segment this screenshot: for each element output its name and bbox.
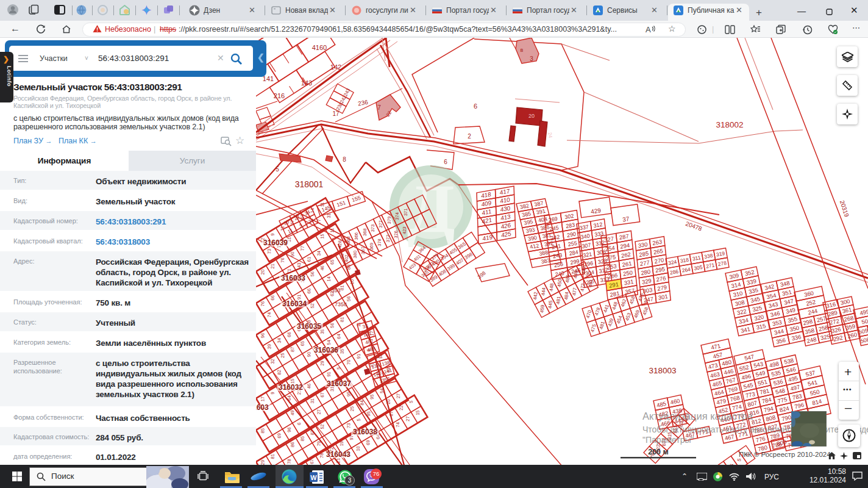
svg-text:316039: 316039 xyxy=(263,239,288,247)
svg-text:316036: 316036 xyxy=(314,346,338,354)
svg-text:67: 67 xyxy=(319,392,325,397)
svg-text:Д: Д xyxy=(407,170,455,248)
svg-text:29: 29 xyxy=(319,361,325,365)
svg-text:141: 141 xyxy=(263,75,274,82)
svg-text:65: 65 xyxy=(300,341,305,346)
svg-text:378: 378 xyxy=(377,239,382,246)
svg-text:377: 377 xyxy=(378,220,383,228)
svg-text:73: 73 xyxy=(346,423,352,428)
svg-text:65: 65 xyxy=(329,259,335,264)
svg-text:442: 442 xyxy=(532,291,539,300)
svg-text:11: 11 xyxy=(329,228,335,233)
svg-text:318003: 318003 xyxy=(649,366,676,375)
svg-text:504: 504 xyxy=(861,317,868,325)
svg-text:в: в xyxy=(521,47,524,53)
svg-text:447: 447 xyxy=(581,265,588,274)
svg-text:27: 27 xyxy=(405,416,410,421)
svg-text:374: 374 xyxy=(394,212,400,220)
svg-text:423: 423 xyxy=(402,226,407,234)
svg-text:52: 52 xyxy=(319,424,325,429)
svg-text:46: 46 xyxy=(306,384,311,389)
svg-text:34: 34 xyxy=(316,251,322,256)
svg-text:66: 66 xyxy=(286,332,292,337)
svg-text:ПКК © Росреестр 2010-2024: ПКК © Росреестр 2010-2024 xyxy=(739,451,831,458)
svg-text:4160: 4160 xyxy=(312,44,327,51)
svg-text:85: 85 xyxy=(300,436,305,441)
svg-text:363: 363 xyxy=(346,237,351,245)
svg-text:508: 508 xyxy=(859,336,868,345)
svg-text:17: 17 xyxy=(332,110,340,117)
svg-text:316043: 316043 xyxy=(326,450,350,459)
svg-text:2: 2 xyxy=(468,133,471,140)
svg-text:91: 91 xyxy=(326,371,332,376)
svg-text:472: 472 xyxy=(580,282,586,292)
svg-text:428: 428 xyxy=(337,240,343,248)
svg-text:66: 66 xyxy=(270,295,276,300)
svg-text:6: 6 xyxy=(474,102,477,110)
svg-text:W: W xyxy=(310,474,317,481)
svg-text:5: 5 xyxy=(276,166,279,173)
svg-text:316038: 316038 xyxy=(353,428,377,436)
svg-text:484: 484 xyxy=(563,291,570,300)
svg-text:Актуализация кадастра: Актуализация кадастра xyxy=(642,411,753,422)
svg-text:318001: 318001 xyxy=(295,179,324,189)
svg-text:21: 21 xyxy=(270,264,276,268)
svg-text:486: 486 xyxy=(564,274,571,283)
svg-text:81: 81 xyxy=(340,317,345,322)
svg-text:27: 27 xyxy=(316,409,322,414)
svg-text:86: 86 xyxy=(290,442,295,447)
svg-text:368: 368 xyxy=(362,228,368,236)
svg-text:64: 64 xyxy=(336,334,341,339)
svg-text:316035: 316035 xyxy=(297,322,321,331)
svg-text:27: 27 xyxy=(396,393,401,398)
svg-text:74: 74 xyxy=(266,312,272,317)
svg-text:366: 366 xyxy=(354,232,359,240)
svg-text:9: 9 xyxy=(270,392,276,394)
svg-text:69: 69 xyxy=(277,433,282,438)
svg-text:380: 380 xyxy=(352,251,358,259)
svg-text:31: 31 xyxy=(310,398,315,403)
svg-text:449: 449 xyxy=(572,270,579,279)
svg-text:445: 445 xyxy=(547,300,554,309)
svg-text:25: 25 xyxy=(280,353,285,357)
svg-text:316032: 316032 xyxy=(279,383,303,392)
svg-text:73: 73 xyxy=(266,249,272,254)
svg-text:96: 96 xyxy=(286,427,292,432)
svg-text:316033: 316033 xyxy=(281,274,305,282)
svg-text:477: 477 xyxy=(572,287,578,296)
svg-text:444: 444 xyxy=(541,287,547,296)
svg-text:A: A xyxy=(646,25,651,34)
svg-text:22: 22 xyxy=(399,405,404,410)
svg-text:25: 25 xyxy=(349,406,355,411)
svg-text:8: 8 xyxy=(343,156,346,163)
svg-text:6: 6 xyxy=(444,159,447,165)
svg-text:85: 85 xyxy=(260,428,265,433)
svg-text:216: 216 xyxy=(274,92,285,99)
svg-text:372: 372 xyxy=(385,235,391,243)
svg-text:54: 54 xyxy=(326,340,332,345)
svg-text:56: 56 xyxy=(310,271,315,276)
svg-text:451: 451 xyxy=(588,278,594,287)
svg-text:91: 91 xyxy=(296,295,302,300)
svg-text:56: 56 xyxy=(346,296,352,301)
svg-text:61: 61 xyxy=(306,257,311,262)
svg-text:20: 20 xyxy=(260,270,265,274)
svg-text:353: 353 xyxy=(331,287,340,293)
svg-text:143: 143 xyxy=(301,79,312,87)
svg-text:7358: 7358 xyxy=(335,301,347,307)
svg-text:369: 369 xyxy=(369,243,374,251)
svg-text:96: 96 xyxy=(260,333,265,338)
svg-text:Чтобы активировать карту автон: Чтобы активировать карту автономно, пере… xyxy=(642,425,868,434)
svg-text:3: 3 xyxy=(530,56,533,62)
svg-text:32: 32 xyxy=(270,359,276,364)
svg-text:20: 20 xyxy=(528,113,535,119)
svg-text:17: 17 xyxy=(260,396,265,401)
svg-text:70: 70 xyxy=(346,360,352,365)
svg-text:29: 29 xyxy=(260,460,265,465)
svg-text:15: 15 xyxy=(415,410,421,415)
svg-text:67: 67 xyxy=(309,459,315,464)
svg-text:56: 56 xyxy=(329,323,335,328)
svg-text:95: 95 xyxy=(369,394,375,399)
svg-text:6: 6 xyxy=(296,423,302,425)
svg-text:52: 52 xyxy=(310,303,315,308)
